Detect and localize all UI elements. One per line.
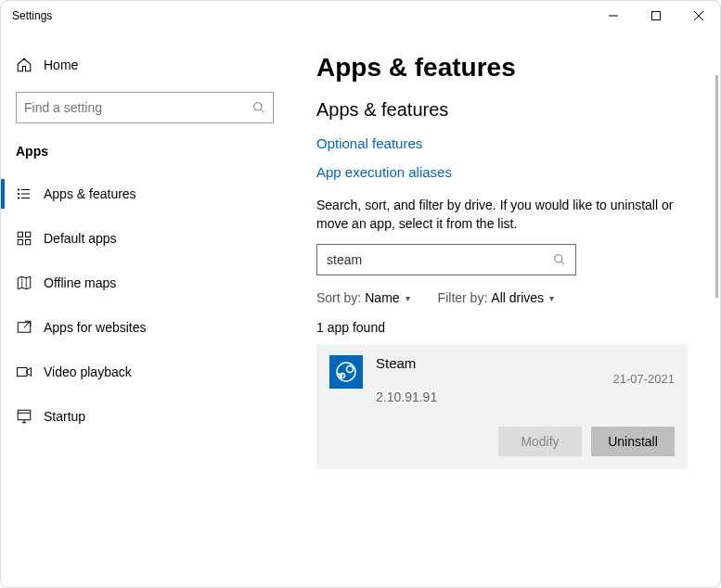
sidebar-item-label: Offline maps <box>44 275 116 290</box>
sidebar-item-label: Default apps <box>44 231 117 246</box>
settings-search[interactable] <box>16 92 274 123</box>
main-pane: Apps & features Apps & features Optional… <box>289 31 720 587</box>
map-icon <box>16 275 38 291</box>
svg-rect-14 <box>18 240 22 245</box>
sidebar-item-apps-features[interactable]: Apps & features <box>1 172 289 216</box>
sidebar-item-label: Video playback <box>44 364 132 379</box>
filters-row: Sort by: Name ▾ Filter by: All drives ▾ <box>316 290 694 305</box>
grid-icon <box>16 230 38 247</box>
chevron-down-icon: ▾ <box>549 293 554 303</box>
svg-line-5 <box>261 109 264 113</box>
svg-point-25 <box>555 255 562 262</box>
svg-rect-15 <box>26 240 31 245</box>
uninstall-button[interactable]: Uninstall <box>591 427 675 456</box>
svg-rect-12 <box>18 232 22 236</box>
sidebar-item-default-apps[interactable]: Default apps <box>1 216 289 261</box>
app-aliases-link[interactable]: App execution aliases <box>316 164 694 180</box>
app-search[interactable] <box>316 244 576 275</box>
sidebar-item-apps-websites[interactable]: Apps for websites <box>1 305 289 350</box>
close-button[interactable] <box>677 1 720 31</box>
home-label: Home <box>44 58 78 72</box>
optional-features-link[interactable]: Optional features <box>316 135 694 151</box>
section-subtitle: Apps & features <box>316 99 694 121</box>
sidebar-item-label: Apps & features <box>44 186 136 201</box>
home-nav[interactable]: Home <box>1 49 289 86</box>
chevron-down-icon: ▾ <box>406 293 410 303</box>
results-count: 1 app found <box>316 320 694 335</box>
maximize-button[interactable] <box>635 1 677 31</box>
minimize-icon <box>609 11 618 20</box>
home-icon <box>16 57 38 73</box>
app-search-input[interactable] <box>327 252 553 267</box>
sidebar-section: Apps <box>1 138 289 172</box>
filter-label: Filter by: <box>438 290 488 305</box>
app-version: 2.10.91.91 <box>376 390 613 404</box>
svg-line-26 <box>561 262 565 265</box>
sort-value: Name <box>365 290 399 305</box>
title-bar: Settings <box>1 1 720 31</box>
section-description: Search, sort, and filter by drive. If yo… <box>316 197 688 233</box>
settings-search-input[interactable] <box>24 100 252 115</box>
svg-rect-1 <box>652 12 661 20</box>
sidebar: Home Apps Apps & features Default apps O… <box>1 31 289 587</box>
page-title: Apps & features <box>316 53 694 83</box>
window-controls <box>592 1 720 31</box>
minimize-button[interactable] <box>592 1 635 31</box>
filter-by[interactable]: Filter by: All drives ▾ <box>438 290 554 305</box>
close-icon <box>694 11 703 20</box>
app-name: Steam <box>376 355 613 371</box>
app-date: 21-07-2021 <box>613 372 676 386</box>
app-item[interactable]: Steam 2.10.91.91 21-07-2021 Modify Unins… <box>316 344 688 469</box>
list-icon <box>16 185 38 202</box>
svg-rect-21 <box>18 410 31 420</box>
sidebar-item-label: Apps for websites <box>44 320 147 335</box>
modify-button: Modify <box>498 427 582 456</box>
startup-icon <box>16 408 38 425</box>
sort-by[interactable]: Sort by: Name ▾ <box>316 290 410 305</box>
steam-icon <box>329 355 363 389</box>
maximize-icon <box>651 11 661 20</box>
scrollbar[interactable] <box>715 75 718 298</box>
sidebar-item-label: Startup <box>44 409 85 424</box>
sidebar-item-video-playback[interactable]: Video playback <box>1 350 289 394</box>
svg-rect-13 <box>26 232 31 236</box>
svg-point-4 <box>254 103 262 110</box>
open-icon <box>16 319 38 336</box>
video-icon <box>16 364 38 380</box>
svg-point-28 <box>347 366 354 373</box>
sidebar-item-startup[interactable]: Startup <box>1 394 289 439</box>
sidebar-item-offline-maps[interactable]: Offline maps <box>1 261 289 305</box>
search-icon <box>252 101 265 114</box>
sort-label: Sort by: <box>316 290 361 305</box>
filter-value: All drives <box>491 290 544 305</box>
search-icon <box>553 253 566 266</box>
window-title: Settings <box>12 9 52 22</box>
svg-rect-20 <box>18 368 28 377</box>
